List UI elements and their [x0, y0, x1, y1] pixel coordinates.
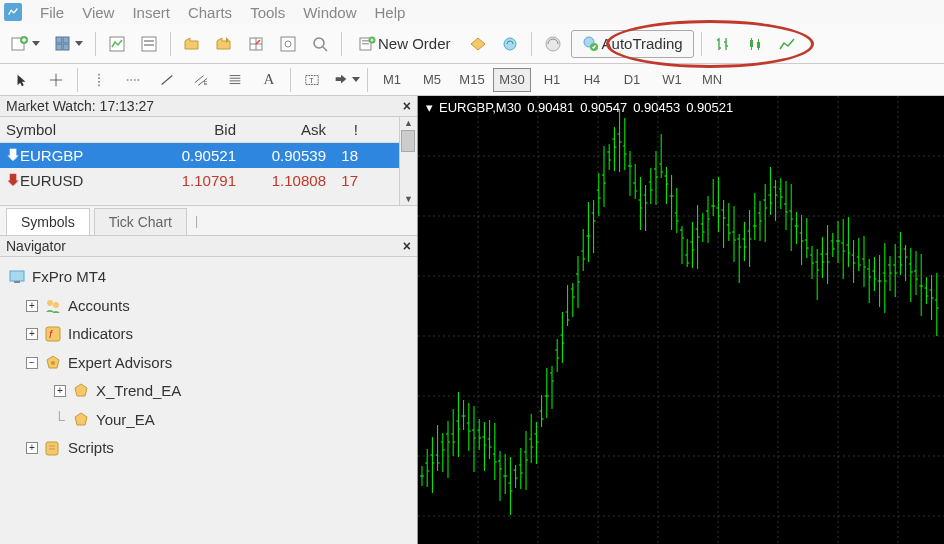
scroll-up-icon[interactable]: ▲ [400, 117, 417, 129]
terminal-toggle[interactable] [210, 30, 238, 58]
close-icon[interactable]: × [403, 238, 411, 254]
chart-panel[interactable]: ▾ EURGBP,M30 0.90481 0.90547 0.90453 0.9… [418, 96, 944, 544]
menu-file[interactable]: File [40, 4, 64, 21]
menu-tools[interactable]: Tools [250, 4, 285, 21]
expand-icon[interactable]: + [26, 328, 38, 340]
col-symbol[interactable]: Symbol [6, 121, 146, 138]
tab-symbols[interactable]: Symbols [6, 208, 90, 235]
scroll-down-icon[interactable]: ▼ [400, 193, 417, 205]
menu-help[interactable]: Help [375, 4, 406, 21]
navigator-toggle[interactable] [178, 30, 206, 58]
signals-button[interactable] [496, 30, 524, 58]
tree-label: Indicators [68, 320, 133, 349]
data-window-toggle[interactable] [135, 30, 163, 58]
symbol-name: EURUSD [20, 172, 146, 189]
trendline-tool[interactable] [151, 67, 183, 93]
left-panel: Market Watch: 17:13:27 × Symbol Bid Ask … [0, 96, 418, 544]
bid-value: 1.10791 [146, 172, 236, 189]
tree-label: X_Trend_EA [96, 377, 181, 406]
profiles-button[interactable] [49, 30, 88, 58]
svg-point-34 [51, 361, 55, 365]
close-icon[interactable]: × [403, 98, 411, 114]
tree-expert-advisors[interactable]: − Expert Advisors [8, 349, 409, 378]
svg-point-30 [47, 300, 53, 306]
auto-trading-button[interactable]: AutoTrading [571, 30, 694, 58]
navigator-tree: FxPro MT4 + Accounts + f Indicators − Ex… [0, 257, 417, 544]
tree-connector: └ [54, 406, 66, 435]
scrollbar[interactable]: ▲ ▼ [399, 117, 417, 205]
navigator-title: Navigator [6, 238, 66, 254]
spread-value: 18 [326, 147, 366, 164]
scripts-icon [44, 439, 62, 457]
text-tool[interactable]: A [253, 67, 285, 93]
tab-separator: | [191, 214, 202, 228]
svg-point-14 [314, 38, 324, 48]
expand-icon[interactable]: + [26, 300, 38, 312]
timeframe-h4[interactable]: H4 [573, 68, 611, 92]
timeframe-w1[interactable]: W1 [653, 68, 691, 92]
fibonacci-tool[interactable] [219, 67, 251, 93]
svg-rect-24 [757, 42, 760, 48]
new-chart-button[interactable] [6, 30, 45, 58]
cursor-tool[interactable] [6, 67, 38, 93]
new-order-label: New Order [378, 35, 451, 52]
drawing-toolbar: E A T M1 M5 M15 M30 H1 H4 D1 W1 MN [0, 64, 944, 96]
col-bid[interactable]: Bid [146, 121, 236, 138]
menu-insert[interactable]: Insert [132, 4, 170, 21]
timeframe-m15[interactable]: M15 [453, 68, 491, 92]
new-order-button[interactable]: New Order [349, 30, 460, 58]
indicators-icon: f [44, 325, 62, 343]
chart-canvas[interactable] [418, 96, 944, 544]
timeframe-d1[interactable]: D1 [613, 68, 651, 92]
menu-view[interactable]: View [82, 4, 114, 21]
svg-point-19 [504, 38, 516, 50]
vertical-line-tool[interactable] [83, 67, 115, 93]
line-chart-button[interactable] [773, 30, 801, 58]
enable-news-button[interactable] [539, 30, 567, 58]
tree-indicators[interactable]: + f Indicators [8, 320, 409, 349]
timeframe-m5[interactable]: M5 [413, 68, 451, 92]
separator [77, 68, 78, 92]
scrollbar-thumb[interactable] [401, 130, 415, 152]
tree-root[interactable]: FxPro MT4 [8, 263, 409, 292]
tree-ea-item[interactable]: + X_Trend_EA [8, 377, 409, 406]
svg-rect-9 [144, 40, 154, 42]
timeframe-mn[interactable]: MN [693, 68, 731, 92]
market-watch-row[interactable]: 🡇 EURGBP 0.90521 0.90539 18 [0, 143, 399, 168]
tree-scripts[interactable]: + Scripts [8, 434, 409, 463]
separator [531, 32, 532, 56]
equidistant-channel-tool[interactable]: E [185, 67, 217, 93]
timeframe-m1[interactable]: M1 [373, 68, 411, 92]
market-watch-columns: Symbol Bid Ask ! [0, 117, 399, 143]
svg-point-31 [53, 302, 59, 308]
text-label-tool[interactable]: T [296, 67, 328, 93]
arrows-tool[interactable] [330, 67, 362, 93]
timeframe-h1[interactable]: H1 [533, 68, 571, 92]
chevron-down-icon [352, 77, 360, 82]
menu-window[interactable]: Window [303, 4, 356, 21]
horizontal-line-tool[interactable] [117, 67, 149, 93]
options-button[interactable] [274, 30, 302, 58]
fullscreen-button[interactable] [306, 30, 334, 58]
collapse-icon[interactable]: − [26, 357, 38, 369]
separator [701, 32, 702, 56]
col-excl[interactable]: ! [326, 121, 366, 138]
menu-charts[interactable]: Charts [188, 4, 232, 21]
col-ask[interactable]: Ask [236, 121, 326, 138]
navigator-header: Navigator × [0, 236, 417, 257]
market-watch-toggle[interactable] [103, 30, 131, 58]
expand-icon[interactable]: + [26, 442, 38, 454]
tree-accounts[interactable]: + Accounts [8, 292, 409, 321]
crosshair-tool[interactable] [40, 67, 72, 93]
strategy-tester-toggle[interactable] [242, 30, 270, 58]
candle-chart-button[interactable] [741, 30, 769, 58]
tree-ea-item[interactable]: └ Your_EA [8, 406, 409, 435]
tab-tick-chart[interactable]: Tick Chart [94, 208, 187, 235]
expand-icon[interactable]: + [54, 385, 66, 397]
tree-label: Accounts [68, 292, 130, 321]
market-watch-row[interactable]: 🡇 EURUSD 1.10791 1.10808 17 [0, 168, 399, 193]
metaquotes-button[interactable] [464, 30, 492, 58]
bid-value: 0.90521 [146, 147, 236, 164]
timeframe-m30[interactable]: M30 [493, 68, 531, 92]
bar-chart-button[interactable] [709, 30, 737, 58]
